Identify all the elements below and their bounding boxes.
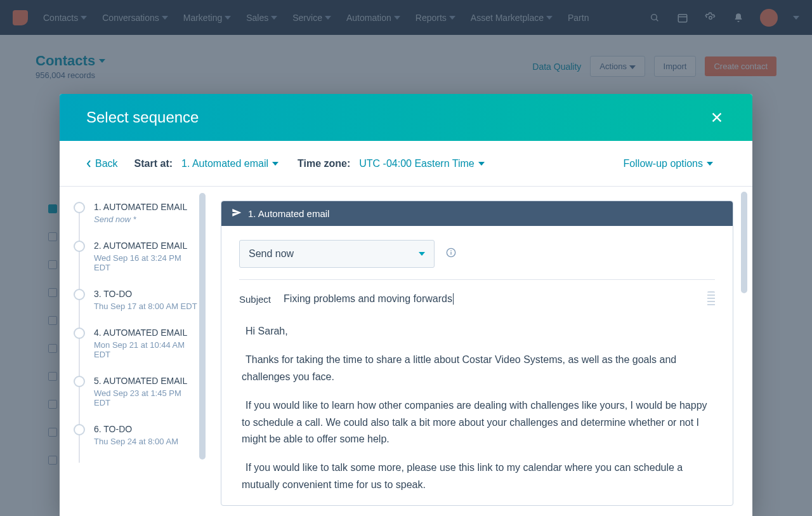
follow-up-options-dropdown[interactable]: Follow-up options bbox=[624, 158, 713, 169]
email-paragraph: If you would like to talk some more, ple… bbox=[242, 460, 715, 494]
start-at-dropdown[interactable]: 1. Automated email bbox=[181, 158, 278, 169]
step-dot-icon bbox=[74, 376, 85, 387]
sequence-step[interactable]: 4. AUTOMATED EMAILMon Sep 21 at 10:44 AM… bbox=[74, 327, 199, 376]
step-title: 4. AUTOMATED EMAIL bbox=[94, 327, 199, 338]
modal-title: Select sequence bbox=[86, 109, 199, 126]
sequence-step[interactable]: 1. AUTOMATED EMAILSend now * bbox=[74, 202, 199, 241]
sequence-step[interactable]: 5. AUTOMATED EMAILWed Sep 23 at 1:45 PM … bbox=[74, 376, 199, 424]
step-schedule: Mon Sep 21 at 10:44 AM EDT bbox=[94, 340, 199, 359]
chevron-down-icon bbox=[272, 162, 278, 166]
scrollbar-thumb[interactable] bbox=[199, 193, 206, 460]
step-title: 5. AUTOMATED EMAIL bbox=[94, 376, 199, 386]
svg-rect-8 bbox=[450, 252, 451, 255]
drag-handle-icon[interactable] bbox=[707, 291, 715, 307]
editor-panel: 1. Automated email Send now Subject bbox=[206, 187, 752, 516]
start-at-label: Start at: bbox=[134, 158, 173, 169]
step-dot-icon bbox=[74, 327, 85, 339]
timezone-label: Time zone: bbox=[298, 158, 350, 169]
sequence-step[interactable]: 2. AUTOMATED EMAILWed Sep 16 at 3:24 PM … bbox=[74, 241, 199, 289]
subject-label: Subject bbox=[239, 294, 271, 305]
send-timing-select[interactable]: Send now bbox=[239, 240, 435, 268]
modal-subbar: Back Start at: 1. Automated email Time z… bbox=[60, 141, 752, 187]
step-dot-icon bbox=[74, 241, 85, 252]
step-schedule: Thu Sep 24 at 8:00 AM bbox=[94, 437, 178, 446]
email-step-block: 1. Automated email Send now Subject bbox=[221, 201, 733, 506]
email-block-title: 1. Automated email bbox=[248, 208, 329, 219]
select-sequence-modal: Select sequence Back Start at: 1. Automa… bbox=[60, 94, 752, 516]
paper-plane-icon bbox=[232, 208, 242, 220]
step-schedule: Wed Sep 23 at 1:45 PM EDT bbox=[94, 388, 199, 407]
step-schedule: Thu Sep 17 at 8:00 AM EDT bbox=[94, 301, 197, 311]
chevron-down-icon bbox=[707, 162, 713, 166]
email-greeting: Hi Sarah, bbox=[242, 323, 715, 340]
email-paragraph: If you would like to learn how other com… bbox=[242, 397, 715, 449]
step-title: 6. TO-DO bbox=[94, 424, 178, 434]
close-button[interactable] bbox=[708, 109, 726, 126]
subject-row: Subject Fixing problems and moving forwa… bbox=[239, 280, 715, 314]
timezone-dropdown[interactable]: UTC -04:00 Eastern Time bbox=[359, 158, 484, 169]
svg-rect-9 bbox=[450, 250, 451, 251]
step-title: 3. TO-DO bbox=[94, 289, 197, 299]
steps-sidebar: 1. AUTOMATED EMAILSend now *2. AUTOMATED… bbox=[60, 187, 206, 516]
info-icon[interactable] bbox=[446, 248, 456, 260]
step-title: 1. AUTOMATED EMAIL bbox=[94, 202, 187, 212]
back-link[interactable]: Back bbox=[86, 158, 118, 169]
step-dot-icon bbox=[74, 424, 85, 435]
chevron-down-icon bbox=[419, 252, 425, 256]
step-schedule: Wed Sep 16 at 3:24 PM EDT bbox=[94, 253, 199, 272]
step-dot-icon bbox=[74, 289, 85, 300]
sequence-step[interactable]: 3. TO-DOThu Sep 17 at 8:00 AM EDT bbox=[74, 289, 199, 327]
close-icon bbox=[710, 110, 724, 124]
step-schedule: Send now * bbox=[94, 215, 187, 224]
step-dot-icon bbox=[74, 202, 85, 213]
email-block-header: 1. Automated email bbox=[221, 201, 733, 226]
chevron-down-icon bbox=[478, 162, 485, 166]
subject-input[interactable]: Fixing problems and moving forwards bbox=[284, 293, 454, 305]
step-title: 2. AUTOMATED EMAIL bbox=[94, 241, 199, 251]
email-paragraph: Thanks for taking the time to share a li… bbox=[242, 352, 715, 386]
chevron-left-icon bbox=[86, 160, 91, 168]
scrollbar-thumb[interactable] bbox=[741, 192, 747, 293]
modal-header: Select sequence bbox=[60, 94, 752, 141]
sequence-step[interactable]: 6. TO-DOThu Sep 24 at 8:00 AM bbox=[74, 424, 199, 463]
email-body-editor[interactable]: Hi Sarah, Thanks for taking the time to … bbox=[239, 314, 715, 494]
